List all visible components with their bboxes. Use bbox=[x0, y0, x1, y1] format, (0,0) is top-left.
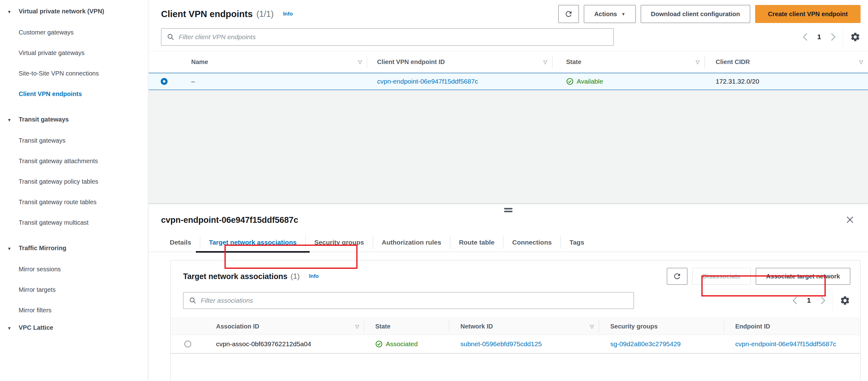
sidebar-item-site-to-site-vpn[interactable]: Site-to-Site VPN connections bbox=[19, 68, 139, 79]
endpoint-name: – bbox=[191, 78, 195, 85]
sidebar-item-transit-gateway-attachments[interactable]: Transit gateway attachments bbox=[19, 155, 139, 166]
prev-page-icon[interactable] bbox=[802, 33, 808, 41]
tab-route-table[interactable]: Route table bbox=[450, 234, 503, 252]
sidebar-section-label: VPC Lattice bbox=[19, 322, 53, 334]
column-security-groups[interactable]: Security groups bbox=[610, 323, 657, 330]
tab-tags[interactable]: Tags bbox=[561, 234, 593, 252]
divider bbox=[843, 27, 843, 46]
card-count: (1) bbox=[291, 272, 300, 281]
search-icon bbox=[167, 33, 175, 41]
card-refresh-button[interactable] bbox=[667, 268, 687, 285]
sidebar-section-traffic-mirroring[interactable]: ▼ Traffic Mirroring bbox=[7, 243, 139, 254]
disassociate-button[interactable]: Disassociate bbox=[692, 268, 751, 285]
endpoint-id-link[interactable]: cvpn-endpoint-06e947f15ddf5687c bbox=[735, 340, 836, 348]
sort-icon[interactable]: ▽ bbox=[355, 323, 359, 329]
actions-button[interactable]: Actions ▼ bbox=[584, 5, 636, 23]
sidebar-item-client-vpn-endpoints[interactable]: Client VPN endpoints bbox=[19, 88, 139, 99]
next-page-icon[interactable] bbox=[820, 296, 826, 305]
sidebar-section-vpc-lattice[interactable]: ▼ VPC Lattice bbox=[7, 322, 139, 334]
client-cidr-value: 172.31.32.0/20 bbox=[716, 78, 759, 85]
sidebar-item-customer-gateways[interactable]: Customer gateways bbox=[19, 27, 139, 38]
column-state[interactable]: State bbox=[375, 323, 391, 330]
tab-details[interactable]: Details bbox=[161, 234, 200, 252]
endpoints-table-header: Name ▽ Client VPN endpoint ID ▽ State ▽ … bbox=[149, 51, 868, 73]
refresh-icon bbox=[564, 10, 573, 18]
column-endpoint-id[interactable]: Endpoint ID bbox=[735, 323, 770, 330]
check-circle-icon bbox=[566, 78, 574, 85]
card-title: Target network associations bbox=[183, 272, 287, 281]
collapse-triangle-icon: ▼ bbox=[7, 322, 19, 334]
refresh-button[interactable] bbox=[558, 5, 579, 23]
vpc-console-page: ▼ Virtual private network (VPN) Customer… bbox=[0, 0, 868, 381]
panel-drag-handle[interactable] bbox=[504, 208, 513, 214]
settings-gear-icon[interactable] bbox=[840, 295, 850, 306]
column-name[interactable]: Name bbox=[191, 58, 208, 66]
create-label: Create client VPN endpoint bbox=[768, 10, 848, 18]
page-number[interactable]: 1 bbox=[817, 33, 821, 41]
column-endpoint-id[interactable]: Client VPN endpoint ID bbox=[377, 58, 445, 66]
column-network-id[interactable]: Network ID bbox=[460, 323, 493, 330]
divider bbox=[833, 291, 833, 310]
status-associated: Associated bbox=[375, 340, 418, 348]
associations-filter-input[interactable]: Filter associations bbox=[183, 292, 634, 309]
tab-security-groups[interactable]: Security groups bbox=[306, 234, 373, 252]
sidebar-section-label: Traffic Mirroring bbox=[19, 243, 66, 254]
info-link[interactable]: Info bbox=[309, 273, 319, 279]
close-panel-icon[interactable] bbox=[846, 215, 854, 224]
endpoint-table-row[interactable]: – cvpn-endpoint-06e947f15ddf5687c Availa… bbox=[149, 73, 868, 90]
info-link[interactable]: Info bbox=[283, 11, 292, 17]
association-id-value: cvpn-assoc-0bf639762212d5a04 bbox=[216, 340, 311, 348]
row-radio-unselected[interactable] bbox=[184, 341, 191, 347]
network-id-link[interactable]: subnet-0596ebfd975cdd125 bbox=[460, 340, 542, 348]
endpoint-filter-input[interactable]: Filter client VPN endpoints bbox=[161, 28, 614, 46]
search-icon bbox=[189, 297, 196, 304]
filter-placeholder: Filter associations bbox=[201, 297, 253, 304]
sort-icon[interactable]: ▽ bbox=[544, 59, 547, 65]
sidebar-section-vpn[interactable]: ▼ Virtual private network (VPN) bbox=[7, 6, 139, 18]
column-association-id[interactable]: Association ID bbox=[216, 323, 259, 330]
pagination: 1 bbox=[802, 33, 836, 41]
sidebar-item-mirror-sessions[interactable]: Mirror sessions bbox=[19, 263, 139, 275]
sidebar-item-transit-gateway-multicast[interactable]: Transit gateway multicast bbox=[19, 217, 139, 228]
status-label: Associated bbox=[386, 340, 418, 348]
security-group-link[interactable]: sg-09d2a80e3c2795429 bbox=[610, 340, 681, 348]
status-label: Available bbox=[577, 78, 603, 85]
page-number[interactable]: 1 bbox=[807, 296, 811, 305]
sidebar-item-transit-gateways[interactable]: Transit gateways bbox=[19, 135, 139, 146]
row-radio-selected[interactable] bbox=[161, 78, 167, 85]
settings-gear-icon[interactable] bbox=[850, 32, 861, 42]
sidebar-item-mirror-filters[interactable]: Mirror filters bbox=[19, 305, 139, 316]
main-content: Client VPN endpoints (1/1) Info Actions … bbox=[149, 0, 868, 204]
tab-target-network-associations[interactable]: Target network associations bbox=[200, 234, 305, 252]
collapse-triangle-icon: ▼ bbox=[7, 114, 19, 126]
sort-icon[interactable]: ▽ bbox=[696, 59, 700, 65]
sort-icon[interactable]: ▽ bbox=[859, 59, 863, 65]
detail-split-panel: cvpn-endpoint-06e947f15ddf5687c Details … bbox=[149, 204, 868, 381]
sidebar-nav: ▼ Virtual private network (VPN) Customer… bbox=[0, 0, 148, 381]
collapse-triangle-icon: ▼ bbox=[7, 243, 19, 254]
sidebar-item-virtual-private-gateways[interactable]: Virtual private gateways bbox=[19, 47, 139, 58]
prev-page-icon[interactable] bbox=[792, 296, 798, 305]
sidebar-item-transit-gateway-policy-tables[interactable]: Transit gateway policy tables bbox=[19, 176, 139, 187]
endpoint-id-link[interactable]: cvpn-endpoint-06e947f15ddf5687c bbox=[377, 78, 478, 85]
sort-icon[interactable]: ▽ bbox=[358, 59, 362, 65]
sidebar-section-transit-gateways[interactable]: ▼ Transit gateways bbox=[7, 114, 139, 126]
tab-authorization-rules[interactable]: Authorization rules bbox=[373, 234, 450, 252]
target-network-associations-card: Target network associations (1) Info Dis… bbox=[170, 260, 861, 381]
sidebar-item-mirror-targets[interactable]: Mirror targets bbox=[19, 284, 139, 295]
sidebar-item-transit-gateway-route-tables[interactable]: Transit gateway route tables bbox=[19, 196, 139, 208]
download-client-configuration-button[interactable]: Download client configuration bbox=[641, 5, 750, 23]
next-page-icon[interactable] bbox=[830, 33, 836, 41]
download-label: Download client configuration bbox=[651, 10, 740, 18]
card-pagination: 1 bbox=[792, 296, 826, 305]
sort-icon[interactable]: ▽ bbox=[590, 323, 594, 329]
association-table-row[interactable]: cvpn-assoc-0bf639762212d5a04 Associated … bbox=[171, 335, 860, 354]
check-circle-icon bbox=[375, 340, 383, 348]
sidebar-section-label: Transit gateways bbox=[19, 114, 69, 126]
associate-target-network-button[interactable]: Associate target network bbox=[756, 268, 850, 285]
actions-label: Actions bbox=[594, 10, 617, 18]
column-client-cidr[interactable]: Client CIDR bbox=[716, 58, 750, 66]
tab-connections[interactable]: Connections bbox=[503, 234, 560, 252]
create-client-vpn-endpoint-button[interactable]: Create client VPN endpoint bbox=[755, 5, 861, 23]
column-state[interactable]: State bbox=[566, 58, 581, 66]
